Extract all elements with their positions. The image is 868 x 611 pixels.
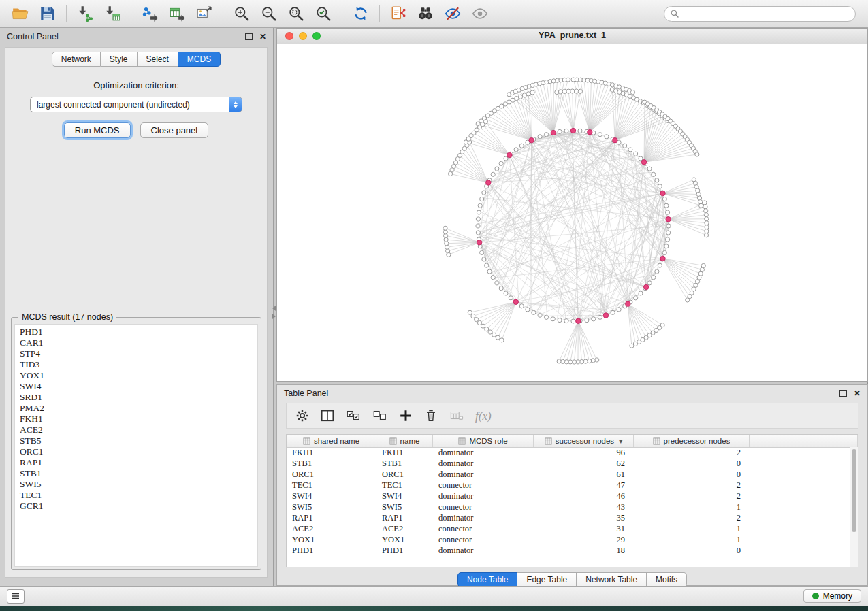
table-cell[interactable]: 2 [634,512,750,523]
mcds-result-item[interactable]: ORC1 [20,446,257,457]
mcds-result-item[interactable]: STB5 [20,435,257,446]
mcds-result-item[interactable]: CAR1 [20,337,257,348]
mcds-result-item[interactable]: FKH1 [20,414,257,425]
table-cell[interactable]: 0 [634,469,750,480]
table-cell[interactable]: connector [433,534,534,545]
table-cell[interactable]: 31 [534,523,634,534]
memory-button[interactable]: Memory [803,589,861,603]
table-cell[interactable]: FKH1 [376,447,433,458]
table-cell[interactable]: 61 [534,469,634,480]
mcds-result-item[interactable]: PHD1 [20,327,257,337]
table-cell[interactable]: dominator [433,447,534,458]
table-cell[interactable]: 2 [634,447,750,458]
zoom-selected-button[interactable] [312,3,335,24]
delete-column-button[interactable] [423,408,438,423]
tab-select[interactable]: Select [138,52,178,67]
maximize-window-icon[interactable] [312,32,321,40]
mcds-result-item[interactable]: STP4 [20,348,257,359]
table-cell[interactable]: 1 [634,523,750,534]
table-cell[interactable]: SWI5 [287,501,376,512]
panel-menu-button[interactable] [7,589,25,604]
table-cell[interactable]: RAP1 [287,512,376,523]
network-graph[interactable] [277,44,867,381]
close-icon[interactable]: ✕ [259,33,266,41]
show-columns-button[interactable] [320,408,335,423]
tab-network-table[interactable]: Network Table [577,572,647,587]
table-cell[interactable]: ORC1 [376,469,433,480]
column-header-shared-name[interactable]: shared name [287,435,376,447]
table-cell[interactable]: 29 [534,534,634,545]
table-cell[interactable]: 43 [534,501,634,512]
column-header-name[interactable]: name [376,435,433,447]
search-input[interactable] [683,8,850,19]
table-cell[interactable]: 18 [534,545,634,556]
table-cell[interactable]: STB1 [376,458,433,469]
mcds-result-item[interactable]: YOX1 [20,370,257,381]
table-cell[interactable]: 35 [534,512,634,523]
mcds-result-item[interactable]: SWI5 [20,479,257,490]
table-cell[interactable]: YOX1 [376,534,433,545]
mcds-result-list[interactable]: PHD1CAR1STP4TID3YOX1SWI4SRD1PMA2FKH1ACE2… [14,324,258,567]
open-file-button[interactable] [9,3,32,24]
tab-style[interactable]: Style [101,52,138,67]
table-cell[interactable]: ORC1 [287,469,376,480]
table-cell[interactable] [750,480,850,491]
table-cell[interactable]: PHD1 [287,545,376,556]
table-cell[interactable]: ACE2 [287,523,376,534]
table-row[interactable]: ACE2ACE2connector311 [287,523,850,534]
column-header-successor-nodes[interactable]: successor nodes ▾ [534,435,634,447]
close-panel-button[interactable]: Close panel [140,122,209,138]
table-row[interactable]: SWI5SWI5connector431 [287,501,850,512]
table-cell[interactable] [750,447,850,458]
mcds-result-item[interactable]: ACE2 [20,425,257,435]
import-table-button[interactable] [101,3,124,24]
table-row[interactable]: YOX1YOX1connector291 [287,534,850,545]
splitter-handle[interactable] [271,302,276,323]
table-cell[interactable]: PHD1 [376,545,433,556]
table-cell[interactable]: 0 [634,458,750,469]
mcds-result-item[interactable]: PMA2 [20,403,257,414]
table-cell[interactable]: 46 [534,491,634,501]
close-window-icon[interactable] [285,32,293,40]
float-icon[interactable] [839,390,847,397]
table-cell[interactable]: dominator [433,545,534,556]
table-cell[interactable] [750,523,850,534]
table-cell[interactable]: 62 [534,458,634,469]
table-cell[interactable] [750,469,850,480]
table-cell[interactable]: TEC1 [376,480,433,491]
hide-selected-button[interactable] [441,3,464,24]
table-cell[interactable] [750,491,850,501]
close-icon[interactable]: ✕ [854,389,861,397]
global-search[interactable] [664,6,856,22]
network-canvas[interactable] [277,44,867,381]
column-header-mcds-role[interactable]: MCDS role [433,435,534,447]
table-row[interactable]: RAP1RAP1dominator352 [287,512,850,523]
table-cell[interactable]: YOX1 [287,534,376,545]
clone-network-button[interactable] [387,3,410,24]
network-window-titlebar[interactable]: YPA_prune.txt_1 [277,29,867,44]
table-cell[interactable]: SWI4 [287,491,376,501]
table-cell[interactable]: dominator [433,469,534,480]
table-cell[interactable]: STB1 [287,458,376,469]
zoom-in-button[interactable] [230,3,253,24]
table-row[interactable]: FKH1FKH1dominator962 [287,447,850,458]
export-image-button[interactable] [193,3,216,24]
table-cell[interactable] [750,545,850,556]
table-cell[interactable]: 2 [634,491,750,501]
tab-network[interactable]: Network [52,52,101,67]
mcds-result-item[interactable]: TID3 [20,359,257,370]
table-cell[interactable]: 96 [534,447,634,458]
tab-mcds[interactable]: MCDS [178,52,221,67]
table-cell[interactable]: TEC1 [287,480,376,491]
function-builder-icon[interactable]: f(x) [475,410,492,422]
table-cell[interactable]: 47 [534,480,634,491]
table-cell[interactable] [750,458,850,469]
float-icon[interactable] [245,33,253,40]
table-cell[interactable]: SWI5 [376,501,433,512]
table-cell[interactable]: connector [433,480,534,491]
export-table-button[interactable] [165,3,189,24]
mcds-result-item[interactable]: STB1 [20,468,257,479]
find-button[interactable] [414,3,437,24]
show-all-button[interactable] [468,3,492,24]
zoom-out-button[interactable] [257,3,280,24]
